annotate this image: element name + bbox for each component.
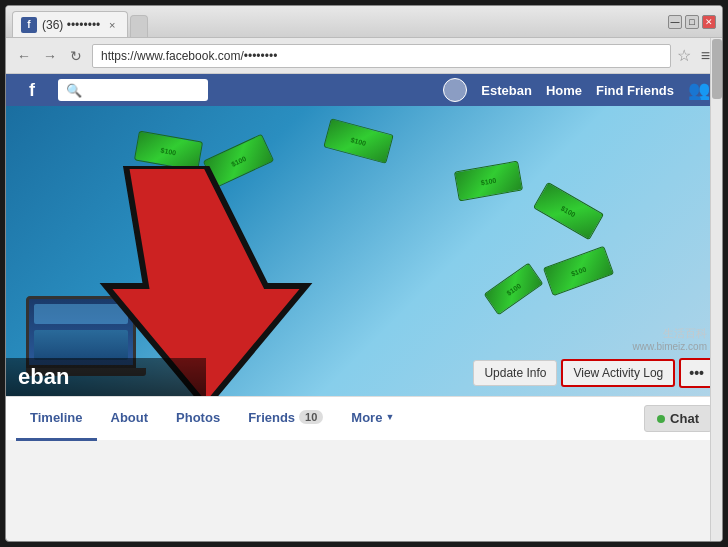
browser-window: f (36) •••••••• × — □ ✕ ← → ↻ ☆ ≡ f 🔍 bbox=[5, 5, 723, 542]
tab-timeline-label: Timeline bbox=[30, 410, 83, 425]
chat-label: Chat bbox=[670, 411, 699, 426]
tab-area: f (36) •••••••• × bbox=[12, 6, 668, 37]
reload-button[interactable]: ↻ bbox=[66, 46, 86, 66]
nav-user-name[interactable]: Esteban bbox=[481, 83, 532, 98]
scrollbar[interactable] bbox=[710, 38, 722, 541]
tab-title: (36) •••••••• bbox=[42, 18, 100, 32]
maximize-button[interactable]: □ bbox=[685, 15, 699, 29]
minimize-button[interactable]: — bbox=[668, 15, 682, 29]
tab-about-label: About bbox=[111, 410, 149, 425]
view-activity-log-button[interactable]: View Activity Log bbox=[561, 359, 675, 387]
profile-name: eban bbox=[18, 364, 69, 389]
bookmark-icon[interactable]: ☆ bbox=[677, 46, 691, 65]
search-icon: 🔍 bbox=[66, 83, 82, 98]
profile-name-overlay: eban bbox=[6, 358, 206, 396]
tab-close-button[interactable]: × bbox=[105, 18, 119, 32]
update-info-button[interactable]: Update Info bbox=[473, 360, 557, 386]
cover-photo: eban Update Info View Activity Log ••• 生… bbox=[6, 106, 722, 396]
tab-photos-label: Photos bbox=[176, 410, 220, 425]
fb-navbar: f 🔍 Esteban Home Find Friends 👥 bbox=[6, 74, 722, 106]
tab-more-label: More bbox=[351, 410, 382, 425]
friends-icon: 👥 bbox=[688, 79, 710, 101]
tab-friends-label: Friends bbox=[248, 410, 295, 425]
active-tab[interactable]: f (36) •••••••• × bbox=[12, 11, 128, 37]
action-buttons-row: Update Info View Activity Log ••• bbox=[473, 358, 714, 388]
search-box[interactable]: 🔍 bbox=[58, 79, 208, 101]
nav-find-friends[interactable]: Find Friends bbox=[596, 83, 674, 98]
chat-button[interactable]: Chat bbox=[644, 405, 712, 432]
more-chevron-icon: ▼ bbox=[385, 412, 394, 422]
tab-about[interactable]: About bbox=[97, 397, 163, 441]
watermark-line1: 生活百科 bbox=[633, 326, 707, 341]
more-options-button[interactable]: ••• bbox=[679, 358, 714, 388]
tab-favicon: f bbox=[21, 17, 37, 33]
address-input[interactable] bbox=[92, 44, 671, 68]
address-bar: ← → ↻ ☆ ≡ bbox=[6, 38, 722, 74]
watermark-line2: www.bimeiz.com bbox=[633, 341, 707, 352]
money-bill-3 bbox=[454, 161, 523, 202]
tab-more[interactable]: More ▼ bbox=[337, 397, 408, 441]
page-content: f 🔍 Esteban Home Find Friends 👥 bbox=[6, 74, 722, 541]
chat-online-dot bbox=[657, 415, 665, 423]
money-bill-2 bbox=[323, 118, 394, 164]
money-bill-4 bbox=[533, 182, 604, 240]
money-bill-7 bbox=[484, 263, 544, 316]
forward-button[interactable]: → bbox=[40, 46, 60, 66]
friends-count-badge: 10 bbox=[299, 410, 323, 424]
scrollbar-thumb[interactable] bbox=[712, 39, 722, 99]
tab-friends[interactable]: Friends 10 bbox=[234, 397, 337, 441]
title-bar: f (36) •••••••• × — □ ✕ bbox=[6, 6, 722, 38]
close-button[interactable]: ✕ bbox=[702, 15, 716, 29]
nav-home[interactable]: Home bbox=[546, 83, 582, 98]
avatar bbox=[443, 78, 467, 102]
window-controls: — □ ✕ bbox=[668, 15, 716, 29]
watermark: 生活百科 www.bimeiz.com bbox=[633, 326, 707, 352]
tab-timeline[interactable]: Timeline bbox=[16, 397, 97, 441]
money-bill-5 bbox=[543, 246, 614, 296]
back-button[interactable]: ← bbox=[14, 46, 34, 66]
fb-nav-right: Esteban Home Find Friends 👥 bbox=[443, 78, 710, 102]
facebook-logo: f bbox=[18, 76, 46, 104]
tab-photos[interactable]: Photos bbox=[162, 397, 234, 441]
inactive-tab[interactable] bbox=[130, 15, 148, 37]
profile-tabs: Timeline About Photos Friends 10 More ▼ … bbox=[6, 396, 722, 440]
